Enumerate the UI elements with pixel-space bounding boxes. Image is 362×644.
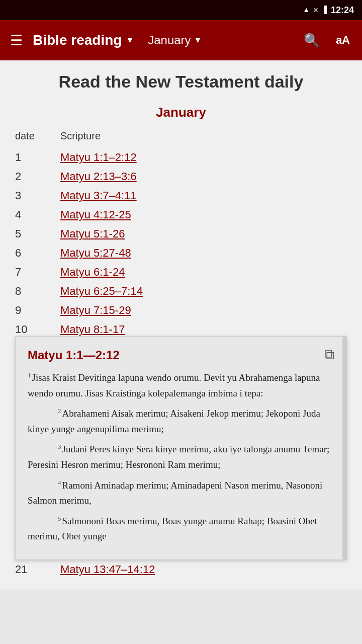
app-title: Bible reading	[33, 32, 122, 48]
scripture-link-21[interactable]: Matyu 13:47–14:12	[60, 563, 155, 576]
verse-number: 2	[58, 407, 61, 415]
app-bar: ☰ Bible reading ▼ January ▼ 🔍 aA	[0, 20, 362, 60]
date-column-header: date	[15, 128, 45, 148]
date-cell: 5	[15, 224, 45, 244]
search-icon[interactable]: 🔍	[300, 31, 324, 50]
table-row: 9 Matyu 7:15-29	[15, 301, 347, 320]
table-row: 1 Matyu 1:1–2:12	[15, 148, 347, 167]
date-cell: 10	[15, 320, 45, 336]
scripture-link[interactable]: Matyu 5:27-48	[60, 247, 131, 259]
table-row: 8 Matyu 6:25–7:14	[15, 282, 347, 301]
hamburger-menu-icon[interactable]: ☰	[8, 30, 25, 51]
table-row: 7 Matyu 6:1-24	[15, 263, 347, 282]
reading-table: date Scripture 1 Matyu 1:1–2:12 2 Matyu …	[15, 128, 347, 336]
date-cell: 6	[15, 244, 45, 263]
verse-number: 4	[58, 479, 61, 487]
signal-icon: ✕	[313, 6, 319, 15]
reading-table-after: 21 Matyu 13:47–14:12	[15, 560, 347, 579]
verse-block: 2Abrahameni Aisak merimu; Aisakeni Jekop…	[28, 406, 334, 437]
table-row: 4 Matyu 4:12-25	[15, 205, 347, 224]
month-label: January	[148, 33, 191, 47]
status-time: 12:24	[331, 5, 354, 16]
date-cell: 2	[15, 167, 45, 186]
table-row: 10 Matyu 8:1-17	[15, 320, 347, 336]
verse-block: 5Salmononi Boas merimu, Boas yunge anumu…	[28, 514, 334, 544]
title-dropdown-arrow: ▼	[126, 36, 134, 45]
verse-number: 3	[58, 443, 61, 450]
date-cell: 3	[15, 186, 45, 205]
title-dropdown[interactable]: Bible reading ▼	[33, 32, 134, 48]
status-bar: ▲ ✕ ▐ 12:24	[0, 0, 362, 20]
table-row: 21 Matyu 13:47–14:12	[15, 560, 347, 579]
scripture-link[interactable]: Matyu 6:25–7:14	[60, 285, 143, 297]
date-cell: 4	[15, 205, 45, 224]
scripture-link[interactable]: Matyu 5:1-26	[60, 227, 125, 240]
scripture-link[interactable]: Matyu 7:15-29	[60, 304, 131, 316]
scripture-link[interactable]: Matyu 1:1–2:12	[60, 151, 137, 164]
scripture-link[interactable]: Matyu 8:1-17	[60, 323, 125, 336]
verse-block: 1Jisas Kraist Devitinga lapuna wendo oru…	[28, 370, 334, 401]
scripture-link[interactable]: Matyu 4:12-25	[60, 208, 131, 221]
wifi-icon: ▲	[303, 6, 310, 14]
verse-block: 4Ramoni Aminadap merimu; Aminadapeni Nas…	[28, 478, 334, 509]
date-cell: 8	[15, 282, 45, 301]
verse-block: 3Judani Peres kinye Sera kinye merimu, a…	[28, 442, 334, 472]
month-dropdown-arrow: ▼	[194, 36, 202, 45]
page-heading: Read the New Testament daily	[15, 70, 347, 93]
date-cell: 1	[15, 148, 45, 167]
scripture-link[interactable]: Matyu 6:1-24	[60, 266, 125, 278]
verse-number: 5	[58, 515, 61, 522]
date-cell: 7	[15, 263, 45, 282]
table-row: 6 Matyu 5:27-48	[15, 244, 347, 263]
month-heading: January	[15, 105, 347, 120]
scripture-link[interactable]: Matyu 3:7–4:11	[60, 189, 137, 202]
status-icons: ▲ ✕ ▐	[303, 6, 327, 15]
passage-title: Matyu 1:1—2:12	[28, 348, 120, 362]
font-size-icon[interactable]: aA	[332, 32, 354, 49]
passage-text: 1Jisas Kraist Devitinga lapuna wendo oru…	[28, 370, 334, 544]
scripture-column-header: Scripture	[45, 128, 347, 148]
table-row: 2 Matyu 2:13–3:6	[15, 167, 347, 186]
table-row: 5 Matyu 5:1-26	[15, 224, 347, 244]
battery-icon: ▐	[322, 6, 327, 14]
scrollbar[interactable]	[342, 337, 346, 559]
passage-popup-header: Matyu 1:1—2:12 ⧉	[28, 347, 334, 363]
table-row: 3 Matyu 3:7–4:11	[15, 186, 347, 205]
external-link-icon[interactable]: ⧉	[324, 347, 334, 363]
date-cell: 9	[15, 301, 45, 320]
month-dropdown[interactable]: January ▼	[148, 33, 202, 47]
date-cell-21: 21	[15, 560, 45, 579]
passage-popup: Matyu 1:1—2:12 ⧉ 1Jisas Kraist Devitinga…	[15, 336, 347, 560]
main-content: Read the New Testament daily January dat…	[0, 60, 362, 589]
verse-number: 1	[28, 371, 31, 379]
scripture-link[interactable]: Matyu 2:13–3:6	[60, 170, 137, 183]
